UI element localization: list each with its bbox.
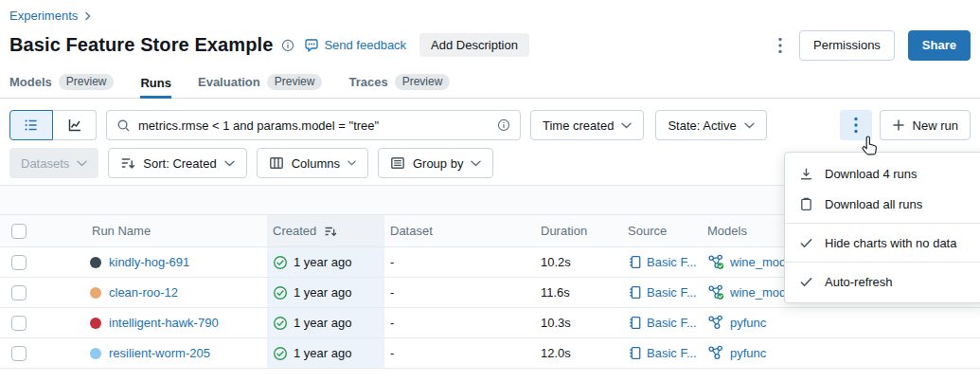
model-link[interactable]: pyfunc xyxy=(730,316,766,330)
row-checkbox[interactable] xyxy=(11,285,27,300)
header-created[interactable]: Created xyxy=(267,215,384,246)
runs-toolbar: Time created State: Active New run xyxy=(0,110,980,140)
model-icon xyxy=(707,345,724,361)
chevron-down-icon xyxy=(347,160,356,166)
run-color-dot xyxy=(90,318,101,329)
menu-item-download-all-runs[interactable]: Download all runs xyxy=(785,189,980,219)
run-name-link[interactable]: resilient-worm-205 xyxy=(109,346,210,360)
model-link[interactable]: pyfunc xyxy=(730,346,766,360)
header-overflow-menu-icon[interactable] xyxy=(775,33,786,58)
run-name-cell: clean-roo-12 xyxy=(45,285,267,300)
add-description-button[interactable]: Add Description xyxy=(419,33,529,57)
permissions-button[interactable]: Permissions xyxy=(799,30,895,61)
chart-view-button[interactable] xyxy=(53,110,97,140)
chevron-down-icon xyxy=(77,160,87,167)
list-view-icon xyxy=(24,118,39,133)
columns-icon xyxy=(269,155,284,171)
created-cell: 1 year ago xyxy=(267,338,384,368)
share-button[interactable]: Share xyxy=(908,30,971,61)
run-name-cell: kindly-hog-691 xyxy=(45,255,267,269)
table-row[interactable]: intelligent-hawk-790 1 year ago - 10.3s … xyxy=(0,308,980,338)
columns-label: Columns xyxy=(292,156,340,171)
row-checkbox-cell xyxy=(0,247,45,277)
list-view-button[interactable] xyxy=(9,110,53,140)
chevron-down-icon xyxy=(471,160,481,167)
send-feedback-link[interactable]: Send feedback xyxy=(304,38,406,53)
run-name-link[interactable]: intelligent-hawk-790 xyxy=(109,316,219,330)
datasets-label: Datasets xyxy=(21,156,69,171)
columns-dropdown[interactable]: Columns xyxy=(257,148,368,178)
source-link[interactable]: Basic F... xyxy=(647,255,697,269)
header-dataset[interactable]: Dataset xyxy=(384,224,535,238)
sort-dropdown[interactable]: Sort: Created xyxy=(108,148,246,178)
time-created-dropdown[interactable]: Time created xyxy=(530,110,644,140)
duration-cell: 11.6s xyxy=(535,285,623,300)
menu-item-download-4-runs[interactable]: Download 4 runs xyxy=(785,158,980,189)
info-icon[interactable] xyxy=(281,39,294,52)
table-row[interactable]: resilient-worm-205 1 year ago - 12.0s Ba… xyxy=(0,338,980,369)
header-source[interactable]: Source xyxy=(623,224,701,238)
preview-badge: Preview xyxy=(395,74,451,90)
new-run-label: New run xyxy=(913,118,958,133)
state-filter-dropdown[interactable]: State: Active xyxy=(655,110,766,140)
source-cell: Basic F... xyxy=(623,285,701,300)
dataset-cell: - xyxy=(384,316,535,330)
source-link[interactable]: Basic F... xyxy=(647,346,697,360)
search-input[interactable] xyxy=(138,118,490,133)
run-color-dot xyxy=(90,348,101,359)
search-info-icon[interactable] xyxy=(497,118,510,132)
row-checkbox[interactable] xyxy=(11,346,27,361)
menu-item-label: Download all runs xyxy=(825,197,922,211)
search-icon xyxy=(116,118,131,133)
run-name-cell: intelligent-hawk-790 xyxy=(45,316,267,330)
group-by-label: Group by xyxy=(413,156,463,171)
model-icon xyxy=(707,315,724,331)
menu-item-auto-refresh[interactable]: Auto-refresh xyxy=(785,266,980,297)
tab-runs[interactable]: Runs xyxy=(140,76,171,98)
kebab-icon xyxy=(854,117,858,134)
group-by-dropdown[interactable]: Group by xyxy=(378,148,493,178)
models-cell: pyfunc xyxy=(701,345,980,361)
created-cell: 1 year ago xyxy=(267,247,384,277)
sort-active-icon xyxy=(324,225,337,238)
source-link[interactable]: Basic F... xyxy=(647,285,697,300)
tab-models[interactable]: Models Preview xyxy=(9,74,114,98)
source-cell: Basic F... xyxy=(623,346,701,360)
runs-overflow-menu-button[interactable] xyxy=(840,110,872,140)
title-row: Basic Feature Store Example Send feedbac… xyxy=(0,23,980,61)
header-duration[interactable]: Duration xyxy=(535,224,623,238)
tab-traces-label: Traces xyxy=(348,75,387,89)
time-created-label: Time created xyxy=(543,118,614,133)
source-cell: Basic F... xyxy=(623,255,701,269)
source-link[interactable]: Basic F... xyxy=(647,316,697,330)
run-name-link[interactable]: clean-roo-12 xyxy=(109,285,178,300)
sort-label: Sort: Created xyxy=(143,156,216,171)
created-value: 1 year ago xyxy=(294,285,351,300)
breadcrumb-experiments-link[interactable]: Experiments xyxy=(9,9,78,23)
row-checkbox-cell xyxy=(0,338,45,368)
menu-divider xyxy=(785,223,980,224)
menu-item-hide-charts-no-data[interactable]: Hide charts with no data xyxy=(785,227,980,258)
tab-traces[interactable]: Traces Preview xyxy=(348,74,450,98)
status-finished-icon xyxy=(273,285,288,300)
duration-cell: 12.0s xyxy=(535,346,623,360)
notebook-icon xyxy=(628,316,642,330)
header-run-name[interactable]: Run Name xyxy=(45,224,267,238)
dataset-cell: - xyxy=(384,346,535,360)
row-checkbox[interactable] xyxy=(11,255,27,270)
tab-evaluation[interactable]: Evaluation Preview xyxy=(198,74,322,98)
runs-overflow-menu: Download 4 runs Download all runs Hide c… xyxy=(784,152,980,303)
header-actions: Permissions Share xyxy=(775,30,971,61)
run-color-dot xyxy=(90,287,101,299)
new-run-button[interactable]: New run xyxy=(880,110,971,140)
tab-bar: Models Preview Runs Evaluation Preview T… xyxy=(0,74,980,99)
dataset-cell: - xyxy=(384,285,535,300)
run-name-link[interactable]: kindly-hog-691 xyxy=(109,255,189,269)
select-all-checkbox[interactable] xyxy=(11,224,27,239)
notebook-icon xyxy=(628,346,642,360)
created-cell: 1 year ago xyxy=(267,308,384,337)
preview-badge: Preview xyxy=(59,74,115,90)
menu-item-label: Download 4 runs xyxy=(825,167,918,181)
runs-search-box xyxy=(106,110,521,140)
row-checkbox[interactable] xyxy=(11,316,27,331)
